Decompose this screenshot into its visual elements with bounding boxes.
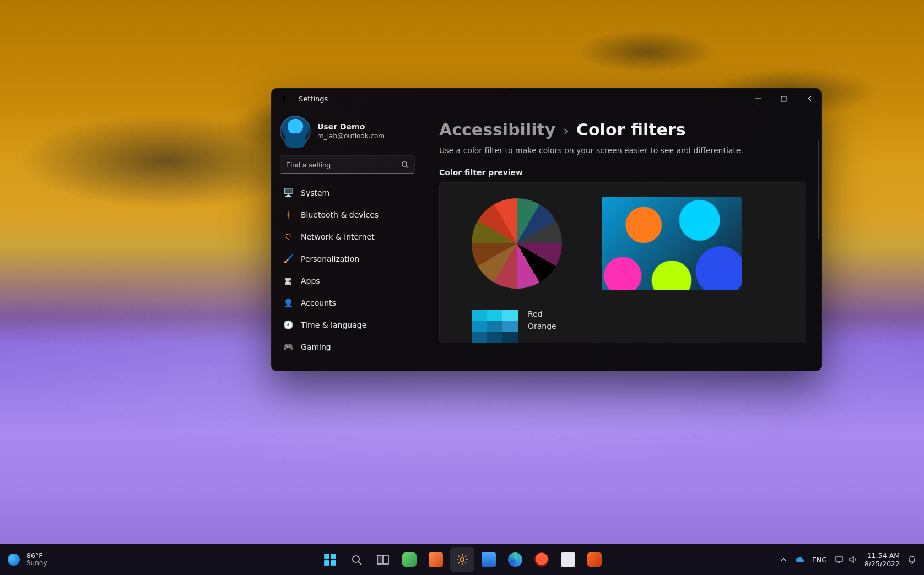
- language-indicator[interactable]: ENG: [812, 556, 827, 564]
- svg-point-6: [353, 556, 359, 562]
- taskbar-app-settings[interactable]: [450, 547, 474, 572]
- svg-rect-2: [324, 554, 329, 559]
- svg-rect-7: [377, 555, 382, 564]
- color-name: Red: [528, 310, 556, 318]
- taskbar-center: [318, 547, 607, 572]
- search-icon: [401, 161, 409, 169]
- clock-icon: 🕘: [283, 320, 293, 330]
- taskbar: 86°F Sunny: [0, 544, 924, 575]
- apps-icon: ▦: [283, 276, 293, 286]
- sidebar: User Demo m_lab@outlook.com 🖥️ System ᚼ …: [271, 109, 424, 371]
- taskbar-app-people[interactable]: [424, 547, 448, 572]
- maximize-button[interactable]: [771, 89, 796, 109]
- search-box[interactable]: [280, 155, 415, 174]
- section-heading: Color filter preview: [439, 168, 806, 177]
- taskbar-app-office[interactable]: [582, 547, 607, 572]
- svg-rect-5: [331, 560, 336, 566]
- profile-block[interactable]: User Demo m_lab@outlook.com: [277, 113, 418, 155]
- svg-point-9: [460, 558, 463, 561]
- taskbar-app-canary[interactable]: [529, 547, 554, 572]
- color-filter-preview-card: Red Orange: [439, 182, 806, 343]
- sidebar-item-label: System: [301, 188, 329, 197]
- volume-icon: [848, 555, 857, 564]
- main-pane: Accessibility › Color filters Use a colo…: [424, 109, 822, 371]
- task-view-button[interactable]: [371, 547, 395, 572]
- chat-icon: [402, 552, 417, 567]
- back-button[interactable]: [275, 90, 292, 107]
- minimize-icon: [755, 95, 761, 102]
- taskbar-weather[interactable]: 86°F Sunny: [0, 552, 47, 567]
- start-button[interactable]: [318, 547, 342, 572]
- svg-rect-10: [836, 557, 842, 561]
- gamepad-icon: 🎮: [283, 342, 293, 352]
- color-name: Orange: [528, 322, 556, 330]
- tray-overflow-button[interactable]: [779, 555, 788, 564]
- search-icon: [351, 554, 362, 565]
- sidebar-item-bluetooth[interactable]: ᚼ Bluetooth & devices: [277, 204, 418, 226]
- close-button[interactable]: [796, 89, 822, 109]
- svg-point-1: [402, 162, 407, 166]
- sidebar-item-label: Bluetooth & devices: [301, 210, 379, 219]
- gear-icon: [456, 553, 469, 566]
- onedrive-tray-icon[interactable]: [796, 555, 804, 564]
- svg-rect-8: [383, 555, 388, 564]
- sidebar-item-label: Personalization: [301, 254, 359, 263]
- brush-icon: 🖌️: [283, 254, 293, 264]
- breadcrumb-parent[interactable]: Accessibility: [439, 120, 555, 139]
- clock-time: 11:54 AM: [864, 551, 900, 560]
- network-icon: [835, 555, 844, 564]
- bluetooth-icon: ᚼ: [283, 210, 293, 220]
- office-icon: [587, 552, 602, 567]
- weather-condition: Sunny: [26, 560, 47, 567]
- weather-icon: [8, 554, 20, 566]
- taskbar-clock[interactable]: 11:54 AM 8/25/2022: [864, 551, 900, 568]
- taskbar-right: ENG 11:54 AM 8/25/2022: [779, 551, 924, 568]
- sidebar-item-label: Apps: [301, 276, 320, 285]
- svg-rect-4: [324, 560, 329, 566]
- page-title: Color filters: [576, 120, 686, 139]
- sidebar-item-label: Time & language: [301, 321, 366, 329]
- svg-rect-0: [781, 96, 786, 101]
- edge-icon: [508, 552, 522, 567]
- minimize-button[interactable]: [745, 89, 771, 109]
- window-controls: [745, 89, 822, 109]
- people-icon: [429, 552, 443, 567]
- sidebar-item-personalization[interactable]: 🖌️ Personalization: [277, 248, 418, 270]
- sidebar-item-system[interactable]: 🖥️ System: [277, 182, 418, 204]
- taskbar-app-explorer[interactable]: [477, 547, 501, 572]
- sidebar-item-network[interactable]: 🛡 Network & internet: [277, 226, 418, 248]
- sidebar-item-time-language[interactable]: 🕘 Time & language: [277, 314, 418, 336]
- close-icon: [806, 95, 812, 102]
- bell-icon: [907, 555, 916, 564]
- sidebar-item-gaming[interactable]: 🎮 Gaming: [277, 336, 418, 358]
- system-tray[interactable]: [835, 555, 857, 564]
- mail-icon: [561, 552, 575, 567]
- sidebar-item-label: Accounts: [301, 299, 336, 307]
- sidebar-item-label: Gaming: [301, 343, 331, 351]
- notifications-button[interactable]: [907, 555, 916, 564]
- color-name-list: Red Orange: [528, 310, 556, 330]
- svg-rect-3: [331, 554, 336, 559]
- weather-temp: 86°F: [26, 552, 47, 560]
- titlebar: Settings: [271, 88, 822, 109]
- search-button[interactable]: [344, 547, 369, 572]
- sidebar-item-label: Network & internet: [301, 232, 375, 241]
- settings-window: Settings User Demo m_lab@outlook.com: [271, 88, 822, 371]
- wifi-icon: 🛡: [283, 232, 293, 242]
- taskbar-app-chat[interactable]: [397, 547, 422, 572]
- search-input[interactable]: [286, 161, 401, 169]
- clock-date: 8/25/2022: [864, 560, 900, 568]
- chevron-right-icon: ›: [563, 123, 569, 139]
- page-description: Use a color filter to make colors on you…: [439, 146, 806, 155]
- windows-logo-icon: [323, 552, 337, 567]
- swatch-grid: [472, 310, 518, 343]
- taskbar-app-edge[interactable]: [503, 547, 527, 572]
- color-wheel-preview: [472, 198, 562, 289]
- edge-canary-icon: [534, 552, 549, 567]
- sidebar-item-accounts[interactable]: 👤 Accounts: [277, 292, 418, 314]
- display-icon: 🖥️: [283, 188, 293, 198]
- arrow-left-icon: [280, 95, 288, 102]
- user-name: User Demo: [317, 122, 385, 131]
- sidebar-item-apps[interactable]: ▦ Apps: [277, 270, 418, 292]
- taskbar-app-mail[interactable]: [556, 547, 580, 572]
